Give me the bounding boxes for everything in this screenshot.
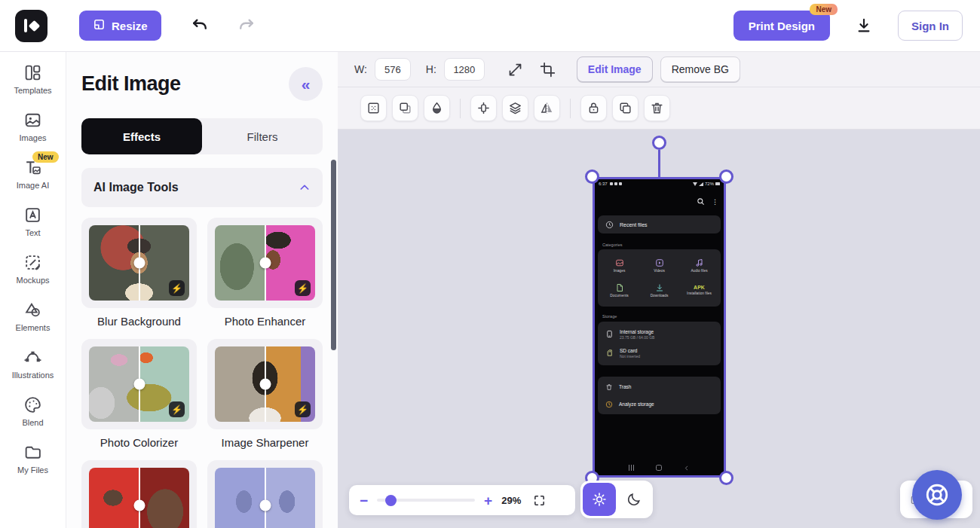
zoom-in-button[interactable]: + <box>484 493 492 508</box>
category-audio-files: Audio files <box>679 253 719 278</box>
expand-icon <box>507 62 523 78</box>
tool-card-6[interactable] <box>207 460 323 528</box>
flip-horizontal-button[interactable] <box>534 95 560 121</box>
nav-recents-icon <box>629 465 635 471</box>
tool-card-blur-background[interactable]: ⚡ Blur Background <box>81 218 197 328</box>
redo-button[interactable] <box>234 14 259 37</box>
storage-item-title: Internal storage <box>620 329 654 334</box>
category-images: Images <box>599 253 639 278</box>
undo-button[interactable] <box>187 14 213 37</box>
sidebar-item-templates[interactable]: Templates <box>2 63 65 95</box>
width-input[interactable] <box>375 58 411 81</box>
sidebar-item-elements[interactable]: Elements <box>2 301 65 332</box>
tool-card-photo-enhancer[interactable]: ⚡ Photo Enhancer <box>207 218 323 328</box>
rotation-handle[interactable] <box>652 136 666 150</box>
templates-icon <box>23 63 42 82</box>
collapse-panel-button[interactable]: « <box>289 67 323 101</box>
layers-icon <box>508 101 522 115</box>
pixelied-logo[interactable] <box>15 10 47 42</box>
zoom-level-value: 29% <box>501 495 521 506</box>
tool-card-photo-colorizer[interactable]: ⚡ Photo Colorizer <box>81 339 197 449</box>
history-controls <box>187 14 259 37</box>
tab-filters[interactable]: Filters <box>202 118 323 154</box>
apk-category-icon: APK <box>694 285 705 290</box>
overlap-squares-icon <box>398 101 412 115</box>
lock-icon <box>586 101 601 115</box>
design-canvas[interactable]: 6:37 72% ⋮ <box>338 130 980 528</box>
sidebar-item-image-ai[interactable]: New Image AI <box>2 158 65 190</box>
height-label: H: <box>426 63 436 75</box>
storage-sd-card-row: SD card Not inserted <box>598 343 721 362</box>
sidebar-item-blend[interactable]: Blend <box>2 395 65 427</box>
downloads-category-icon <box>655 283 664 292</box>
resize-handle-top-left[interactable] <box>585 169 599 184</box>
battery-icon <box>715 182 720 185</box>
download-button[interactable] <box>853 14 875 37</box>
dark-mode-button[interactable] <box>617 483 651 516</box>
panel-header: Edit Image « <box>81 67 323 101</box>
position-button[interactable] <box>360 95 387 121</box>
sidebar-item-mockups[interactable]: Mockups <box>2 253 65 285</box>
resize-button[interactable]: Resize <box>79 11 161 41</box>
categories-section-label: Categories <box>602 243 623 247</box>
crop-button[interactable] <box>535 59 560 81</box>
remove-bg-button[interactable]: Remove BG <box>660 56 740 82</box>
category-label: Audio files <box>691 269 707 273</box>
tool-thumb-frame <box>81 460 197 528</box>
tool-thumb: ⚡ <box>89 225 189 301</box>
zoom-out-button[interactable]: − <box>360 493 368 508</box>
resize-handle-bottom-right[interactable] <box>719 471 733 485</box>
status-right-icons: 72% <box>693 182 720 186</box>
expand-button[interactable] <box>503 59 528 81</box>
align-center-button[interactable] <box>470 95 497 121</box>
canvas-column: W: H: Edit Image Remove BG <box>338 52 980 528</box>
copy-icon <box>618 101 632 115</box>
left-sidebar: Templates Images New Image AI Text Mocku… <box>0 52 66 528</box>
edit-image-mode-button[interactable]: Edit Image <box>577 56 653 82</box>
zoom-slider[interactable] <box>377 499 475 502</box>
tool-label: Photo Enhancer <box>207 315 323 328</box>
storage-section-label: Storage <box>602 314 617 319</box>
position-icon <box>366 101 381 115</box>
theme-toggle <box>580 481 653 518</box>
sidebar-item-my-files[interactable]: My Files <box>2 443 65 475</box>
section-ai-image-tools[interactable]: AI Image Tools <box>81 168 323 207</box>
tool-card-5[interactable] <box>81 460 197 528</box>
blend-icon <box>23 395 42 414</box>
sign-in-button[interactable]: Sign In <box>898 11 963 41</box>
tool-card-image-sharpener[interactable]: ⚡ Image Sharpener <box>207 339 323 449</box>
blend-droplet-button[interactable] <box>424 95 450 121</box>
zoom-bar: − + 29% <box>349 485 575 515</box>
logo-diamond <box>29 20 41 32</box>
sidebar-item-text[interactable]: Text <box>2 206 65 237</box>
help-button[interactable] <box>912 470 962 520</box>
sidebar-item-illustrations[interactable]: Illustrations <box>2 348 65 380</box>
height-input[interactable] <box>444 58 485 81</box>
edit-image-panel: Edit Image « Effects Filters AI Image To… <box>66 52 338 528</box>
spark-badge-icon: ⚡ <box>169 280 185 296</box>
panel-scrollbar[interactable] <box>331 160 336 350</box>
fullscreen-button[interactable] <box>530 491 549 510</box>
sidebar-item-images[interactable]: Images <box>2 111 65 142</box>
copy-button[interactable] <box>612 95 639 121</box>
zoom-slider-thumb[interactable] <box>385 495 397 506</box>
sidebar-item-label: Images <box>19 133 46 142</box>
phone-screenshot-image[interactable]: 6:37 72% ⋮ <box>593 177 726 478</box>
crop-icon <box>540 62 556 78</box>
download-icon <box>856 17 872 34</box>
sidebar-item-label: Image AI <box>17 181 49 190</box>
internal-storage-icon <box>605 330 614 338</box>
duplicate-overlap-button[interactable] <box>392 95 418 121</box>
light-mode-button[interactable] <box>583 483 616 516</box>
trash-icon <box>650 101 664 115</box>
lock-button[interactable] <box>580 95 607 121</box>
tab-effects[interactable]: Effects <box>81 118 202 154</box>
layers-button[interactable] <box>502 95 528 121</box>
resize-handle-top-right[interactable] <box>719 169 733 184</box>
flip-horizontal-icon <box>540 101 554 115</box>
header-right-group: Print Design New Sign In <box>733 11 963 41</box>
category-label: Videos <box>654 269 665 273</box>
recent-files-label: Recent files <box>620 222 648 227</box>
delete-button[interactable] <box>644 95 670 121</box>
print-design-button[interactable]: Print Design New <box>733 11 830 41</box>
